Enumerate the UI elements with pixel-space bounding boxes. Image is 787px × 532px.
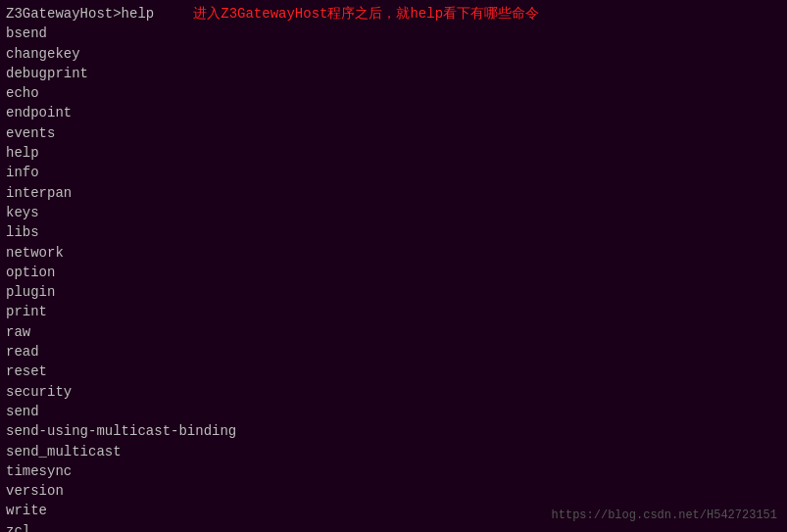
command-item: version — [6, 481, 781, 501]
command-item: info — [6, 163, 781, 182]
command-item: plugin — [6, 282, 781, 302]
command-item: timesync — [6, 461, 781, 481]
command-item: bsend — [6, 24, 781, 43]
command-item: raw — [6, 322, 781, 342]
annotation-text: 进入Z3GatewayHost程序之后，就help看下有哪些命令 — [193, 4, 539, 24]
command-item: zcl — [6, 521, 781, 532]
command-item: events — [6, 123, 781, 143]
command-item: keys — [6, 203, 781, 222]
command-item: reset — [6, 362, 781, 381]
command-item: read — [6, 342, 781, 362]
command-list: bsendchangekeydebugprintechoendpointeven… — [6, 24, 781, 532]
command-item: changekey — [6, 44, 781, 64]
command-item: interpan — [6, 183, 781, 203]
initial-prompt: Z3GatewayHost>help — [6, 4, 154, 24]
terminal-window: Z3GatewayHost>help 进入Z3GatewayHost程序之后，就… — [0, 0, 787, 532]
command-item: debugprint — [6, 64, 781, 83]
command-item: option — [6, 263, 781, 282]
command-item: send_multicast — [6, 442, 781, 461]
command-item: endpoint — [6, 103, 781, 122]
command-item: print — [6, 302, 781, 321]
command-item: help — [6, 143, 781, 163]
command-item: security — [6, 382, 781, 402]
command-item: network — [6, 243, 781, 263]
command-item: send — [6, 402, 781, 421]
command-item: echo — [6, 83, 781, 103]
command-item: libs — [6, 222, 781, 242]
command-item: send-using-multicast-binding — [6, 421, 781, 441]
watermark: https://blog.csdn.net/H542723151 — [552, 508, 777, 522]
